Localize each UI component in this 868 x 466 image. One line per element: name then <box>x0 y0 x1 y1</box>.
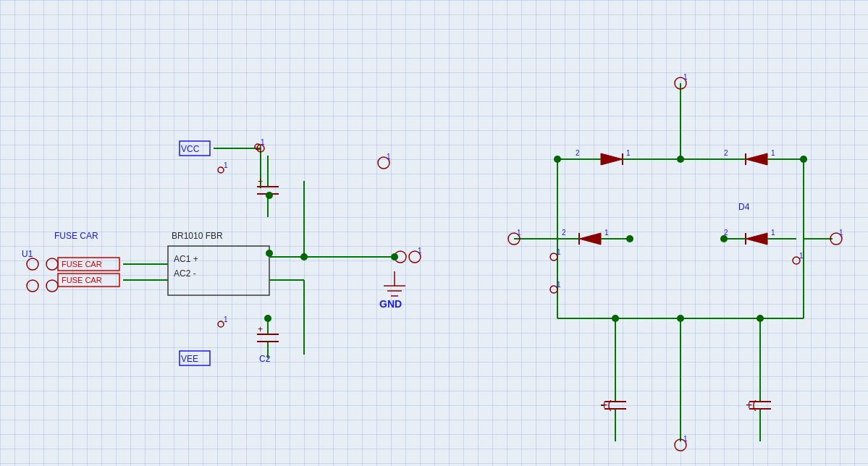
junction-cap1 <box>266 192 273 199</box>
schematic-svg: U1 FUSE CAR FUSE CAR FUSE CAR BR1010 FBR… <box>0 0 868 466</box>
pin-out-top-num: 1 <box>387 153 391 161</box>
pin-num-1a: 1 <box>261 138 265 146</box>
junction-gnd <box>391 253 398 260</box>
pin-ml-1: 1 <box>604 229 609 237</box>
junction-d4-bot-mid <box>677 315 684 322</box>
diode-tl-body <box>601 153 623 165</box>
d4-label: D4 <box>738 202 750 212</box>
pin-num-vee: 1 <box>224 315 228 323</box>
pin-vee1 <box>218 321 224 327</box>
junction-d4-bl <box>612 315 619 322</box>
pin-tl-1: 1 <box>626 149 631 157</box>
u1-label: U1 <box>22 249 33 259</box>
fuse-right-pin-1 <box>46 258 58 270</box>
junction-d4-ml <box>626 235 633 242</box>
junction-center <box>300 253 308 260</box>
gnd-label: GND <box>379 298 402 310</box>
fuse-car-title: FUSE CAR <box>54 231 98 241</box>
pin-tl-2: 2 <box>576 149 580 157</box>
junction-d4-tl <box>554 156 561 163</box>
pin-d4-left-bot-num: 1 <box>557 281 561 289</box>
junction-d4-top-mid <box>677 156 684 163</box>
pin-top2 <box>218 167 224 173</box>
junction-d4-br <box>757 315 764 322</box>
junction-d4-tr <box>800 156 807 163</box>
fuse-left-pin2 <box>27 280 38 292</box>
junction-cap2 <box>264 315 271 322</box>
pin-d4-right-top-num: 1 <box>799 252 804 260</box>
pin-d4-left-top-num: 1 <box>557 248 561 256</box>
junction-d4-mr <box>720 235 728 242</box>
pin-ml-2: 2 <box>562 229 566 237</box>
pin-d4-bot-out-num: 1 <box>683 435 688 443</box>
fuse-left-pin <box>27 258 38 270</box>
vee-label: VEE <box>181 354 198 364</box>
cap2-plus: + <box>258 324 263 334</box>
ac2-label: AC2 - <box>174 268 196 279</box>
cap1-plus: + <box>258 177 263 187</box>
fuse-box-label-2: FUSE CAR <box>62 276 102 284</box>
pin-d4-top-out-num: 1 <box>683 73 688 81</box>
pin-right-ac-num: 1 <box>839 229 843 237</box>
pin-num-1b: 1 <box>224 161 228 169</box>
pin-mr-1: 1 <box>771 229 775 237</box>
c2-label: C2 <box>259 354 271 364</box>
fuse-box-label-1: FUSE CAR <box>62 260 102 268</box>
pin-left-ac-num: 1 <box>517 229 521 237</box>
pin-tr-2: 2 <box>724 149 728 157</box>
diode-mr-body <box>746 233 767 245</box>
cap-br1-symbol: +( <box>601 399 612 411</box>
pin-out-mid-num: 1 <box>418 247 422 255</box>
br1010-label: BR1010 FBR <box>172 231 223 241</box>
diode-ml-body <box>579 233 601 245</box>
pin-tr-1: 1 <box>771 149 775 157</box>
diode-tr-body <box>746 153 767 165</box>
vcc-label: VCC <box>181 144 200 154</box>
ac1-label: AC1 + <box>174 254 198 264</box>
junction-mid <box>266 250 273 257</box>
cap-br2-symbol: +( <box>746 399 757 411</box>
fuse-right-pin2 <box>46 280 58 292</box>
